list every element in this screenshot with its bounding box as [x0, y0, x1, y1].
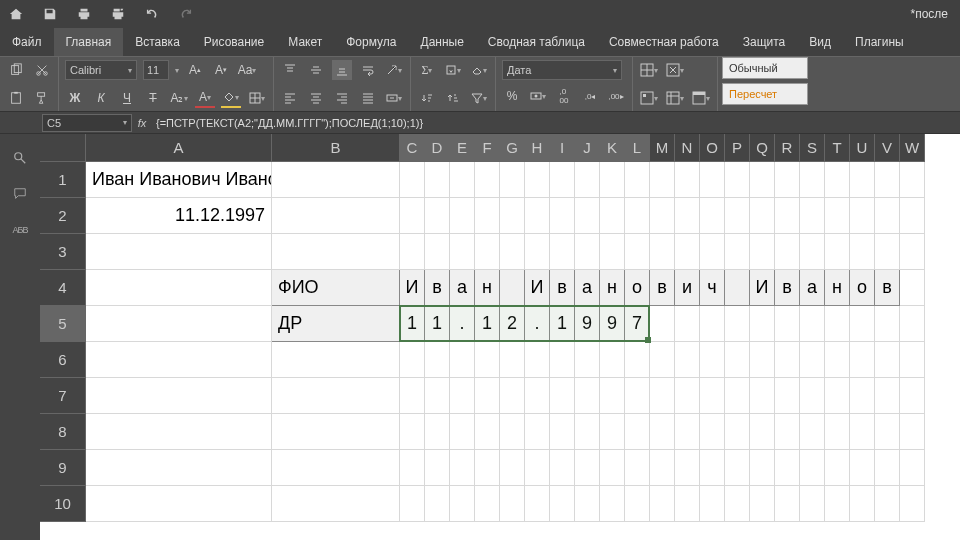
cell[interactable] — [475, 486, 500, 522]
cell[interactable] — [725, 270, 750, 306]
cell[interactable] — [550, 414, 575, 450]
col-header[interactable]: N — [675, 134, 700, 162]
cell[interactable] — [675, 486, 700, 522]
cell[interactable]: в — [650, 270, 675, 306]
cell[interactable] — [725, 342, 750, 378]
cell[interactable] — [400, 162, 425, 198]
cell[interactable] — [725, 450, 750, 486]
cell[interactable] — [475, 414, 500, 450]
cell[interactable] — [700, 342, 725, 378]
clear-icon[interactable]: ▾ — [469, 60, 489, 80]
format-painter-icon[interactable] — [32, 88, 52, 108]
cell[interactable]: 11.12.1997 — [86, 198, 272, 234]
merge-icon[interactable]: ▾ — [384, 88, 404, 108]
cell[interactable] — [725, 414, 750, 450]
menu-вставка[interactable]: Вставка — [123, 28, 192, 56]
cell[interactable] — [525, 486, 550, 522]
cell[interactable] — [86, 486, 272, 522]
cell[interactable] — [875, 414, 900, 450]
cell[interactable] — [86, 234, 272, 270]
cell[interactable] — [525, 342, 550, 378]
select-all-corner[interactable] — [40, 134, 86, 162]
cell[interactable] — [675, 306, 700, 342]
delete-cells-icon[interactable]: ▾ — [665, 60, 685, 80]
cell[interactable]: и — [675, 270, 700, 306]
menu-рисование[interactable]: Рисование — [192, 28, 276, 56]
cell[interactable]: Иван Иванович Иванов — [86, 162, 272, 198]
cell[interactable] — [600, 414, 625, 450]
cell[interactable] — [475, 162, 500, 198]
cell[interactable] — [475, 234, 500, 270]
orientation-icon[interactable]: ▾ — [384, 60, 404, 80]
menu-формула[interactable]: Формула — [334, 28, 408, 56]
strikethrough-icon[interactable]: Т — [143, 88, 163, 108]
cell[interactable] — [475, 198, 500, 234]
cell[interactable] — [775, 378, 800, 414]
cell[interactable] — [700, 162, 725, 198]
cut-icon[interactable] — [32, 60, 52, 80]
cell[interactable]: 1 — [425, 306, 450, 342]
accounting-icon[interactable]: ▾ — [528, 86, 548, 106]
cell[interactable] — [500, 450, 525, 486]
cell[interactable] — [700, 414, 725, 450]
font-name-select[interactable]: Calibri▾ — [65, 60, 137, 80]
cell[interactable] — [750, 162, 775, 198]
increase-font-icon[interactable]: A▴ — [185, 60, 205, 80]
cell[interactable] — [550, 450, 575, 486]
col-header[interactable]: J — [575, 134, 600, 162]
cell[interactable]: а — [575, 270, 600, 306]
fill-down-icon[interactable]: ▾ — [443, 60, 463, 80]
cell[interactable] — [675, 450, 700, 486]
cell[interactable] — [500, 378, 525, 414]
menu-макет[interactable]: Макет — [276, 28, 334, 56]
cell[interactable] — [625, 486, 650, 522]
col-header[interactable]: G — [500, 134, 525, 162]
cell[interactable] — [600, 378, 625, 414]
cell[interactable] — [875, 486, 900, 522]
col-header[interactable]: L — [625, 134, 650, 162]
cell[interactable] — [675, 414, 700, 450]
cell[interactable] — [750, 198, 775, 234]
cell[interactable]: в — [875, 270, 900, 306]
cell[interactable] — [875, 378, 900, 414]
cell[interactable] — [650, 306, 675, 342]
cell[interactable] — [900, 450, 925, 486]
cell[interactable] — [575, 198, 600, 234]
justify-icon[interactable] — [358, 88, 378, 108]
cell[interactable] — [450, 234, 475, 270]
cell[interactable] — [425, 378, 450, 414]
decrease-decimal-icon[interactable]: ,0◂ — [580, 86, 600, 106]
menu-совместная работа[interactable]: Совместная работа — [597, 28, 731, 56]
cell[interactable] — [875, 234, 900, 270]
cell[interactable] — [825, 450, 850, 486]
save-icon[interactable] — [42, 6, 58, 22]
col-header[interactable]: T — [825, 134, 850, 162]
cell[interactable] — [450, 414, 475, 450]
cell[interactable]: 9 — [575, 306, 600, 342]
cell[interactable] — [400, 486, 425, 522]
col-header[interactable]: W — [900, 134, 925, 162]
row-header[interactable]: 1 — [40, 162, 86, 198]
cell[interactable]: в — [550, 270, 575, 306]
cell[interactable] — [475, 450, 500, 486]
cell[interactable] — [725, 234, 750, 270]
conditional-format-icon[interactable]: ▾ — [639, 88, 659, 108]
cell[interactable]: в — [775, 270, 800, 306]
cell[interactable] — [272, 162, 400, 198]
cell[interactable] — [850, 234, 875, 270]
col-header[interactable]: U — [850, 134, 875, 162]
style-recalc-button[interactable]: Пересчет — [722, 83, 808, 105]
change-case-icon[interactable]: Aa▾ — [237, 60, 257, 80]
col-header[interactable]: I — [550, 134, 575, 162]
cell[interactable] — [900, 162, 925, 198]
align-bottom-icon[interactable] — [332, 60, 352, 80]
menu-файл[interactable]: Файл — [0, 28, 54, 56]
align-right-icon[interactable] — [332, 88, 352, 108]
number-format-select[interactable]: Дата▾ — [502, 60, 622, 80]
cell[interactable] — [850, 378, 875, 414]
cell[interactable] — [272, 198, 400, 234]
cell[interactable]: . — [450, 306, 475, 342]
cell[interactable] — [525, 378, 550, 414]
cell[interactable] — [900, 270, 925, 306]
cell[interactable] — [425, 450, 450, 486]
